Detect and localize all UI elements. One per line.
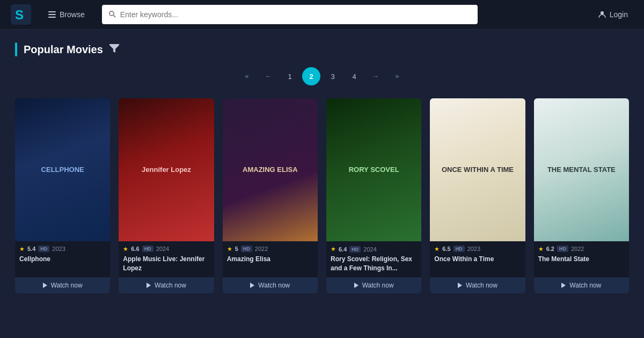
section-title: Popular Movies	[24, 44, 103, 56]
star-icon: ★	[123, 246, 128, 253]
movie-meta-once-within: ★ 6.5 HD 2023	[434, 246, 521, 253]
movie-info-cellphone: ★ 5.4 HD 2023 Cellphone	[15, 241, 110, 273]
star-icon: ★	[19, 246, 25, 253]
section-bar	[15, 42, 17, 56]
movie-meta-amazing-elisa: ★ 5 HD 2022	[227, 246, 313, 253]
play-icon	[43, 283, 47, 288]
movie-poster-once-within: ONCE WITHIN A TIME	[430, 98, 525, 241]
movie-rating-amazing-elisa: 5	[235, 246, 238, 252]
movie-poster-jennifer-lopez: Jennifer Lopez	[119, 98, 214, 241]
movie-year-amazing-elisa: 2022	[255, 246, 268, 252]
page-1-button[interactable]: 1	[281, 67, 299, 85]
movie-rating-once-within: 6.5	[442, 246, 450, 252]
play-icon	[354, 283, 358, 288]
star-icon: ★	[227, 246, 232, 253]
login-button[interactable]: Login	[592, 7, 633, 22]
movie-poster-cellphone: CELLPHONE	[15, 98, 110, 241]
movie-title-mental-state: The Mental State	[538, 255, 625, 273]
movie-meta-jennifer-lopez: ★ 6.6 HD 2024	[123, 246, 209, 253]
movie-card-amazing-elisa[interactable]: AMAZING ELISA ★ 5 HD 2022 Amazing Elisa …	[223, 98, 318, 293]
movie-meta-cellphone: ★ 5.4 HD 2023	[19, 246, 106, 253]
movie-card-mental-state[interactable]: THE MENTAL STATE ★ 6.2 HD 2022 The Menta…	[534, 98, 629, 293]
watch-label: Watch now	[362, 282, 394, 289]
quality-badge-rory-scovel: HD	[349, 246, 361, 253]
browse-button[interactable]: Browse	[42, 7, 91, 22]
quality-badge-cellphone: HD	[38, 246, 49, 252]
svg-line-6	[113, 15, 115, 17]
movie-meta-mental-state: ★ 6.2 HD 2022	[538, 246, 625, 253]
page-4-button[interactable]: 4	[345, 67, 363, 85]
quality-badge-amazing-elisa: HD	[241, 246, 252, 252]
movie-card-cellphone[interactable]: CELLPHONE ★ 5.4 HD 2023 Cellphone Watch …	[15, 98, 110, 293]
watch-button-jennifer-lopez[interactable]: Watch now	[119, 277, 214, 293]
page-content: Popular Movies « ← 1 2 3 4 → » CELLPHONE…	[0, 30, 644, 306]
search-icon	[108, 10, 116, 19]
watch-label: Watch now	[569, 282, 601, 289]
movie-title-cellphone: Cellphone	[19, 255, 106, 273]
movie-title-jennifer-lopez: Apple Music Live: Jennifer Lopez	[123, 255, 209, 273]
play-icon	[250, 283, 254, 288]
movie-info-rory-scovel: ★ 6.4 HD 2024 Rory Scovel: Religion, Sex…	[326, 241, 421, 273]
movie-rating-rory-scovel: 6.4	[339, 246, 347, 253]
play-icon	[147, 283, 151, 288]
movie-year-rory-scovel: 2024	[363, 246, 376, 253]
watch-label: Watch now	[155, 282, 186, 289]
header: S Browse Login	[0, 0, 644, 30]
movie-title-once-within: Once Within a Time	[434, 255, 521, 273]
menu-icon	[48, 11, 56, 18]
watch-label: Watch now	[51, 282, 83, 289]
pagination: « ← 1 2 3 4 → »	[15, 67, 629, 85]
svg-text:S: S	[15, 8, 24, 22]
watch-button-mental-state[interactable]: Watch now	[534, 277, 629, 293]
watch-button-amazing-elisa[interactable]: Watch now	[223, 277, 318, 293]
page-last-button[interactable]: »	[388, 67, 406, 85]
quality-badge-jennifer-lopez: HD	[142, 246, 153, 252]
movie-year-cellphone: 2023	[52, 246, 65, 252]
section-header: Popular Movies	[15, 42, 629, 56]
movie-title-rory-scovel: Rory Scovel: Religion, Sex and a Few Thi…	[331, 255, 417, 273]
play-icon	[458, 283, 462, 288]
svg-rect-4	[48, 17, 56, 18]
watch-button-cellphone[interactable]: Watch now	[15, 277, 110, 293]
movie-poster-rory-scovel: RORY SCOVEL	[326, 98, 421, 241]
watch-label: Watch now	[258, 282, 290, 289]
movie-year-once-within: 2023	[467, 246, 480, 252]
svg-point-7	[601, 11, 604, 15]
movie-card-rory-scovel[interactable]: RORY SCOVEL ★ 6.4 HD 2024 Rory Scovel: R…	[326, 98, 421, 293]
movie-card-once-within[interactable]: ONCE WITHIN A TIME ★ 6.5 HD 2023 Once Wi…	[430, 98, 525, 293]
movie-rating-cellphone: 5.4	[27, 246, 35, 252]
watch-button-rory-scovel[interactable]: Watch now	[326, 277, 421, 293]
svg-rect-2	[48, 11, 56, 12]
page-next-button[interactable]: →	[367, 67, 385, 85]
movie-info-once-within: ★ 6.5 HD 2023 Once Within a Time	[430, 241, 525, 273]
quality-badge-mental-state: HD	[557, 246, 568, 252]
star-icon: ★	[538, 246, 544, 253]
svg-point-5	[109, 11, 114, 16]
svg-rect-3	[48, 14, 56, 15]
page-first-button[interactable]: «	[238, 67, 256, 85]
movie-poster-mental-state: THE MENTAL STATE	[534, 98, 629, 241]
search-input[interactable]	[120, 10, 471, 19]
movie-info-mental-state: ★ 6.2 HD 2022 The Mental State	[534, 241, 629, 273]
quality-badge-once-within: HD	[453, 246, 465, 252]
movie-poster-amazing-elisa: AMAZING ELISA	[223, 98, 318, 241]
movie-info-amazing-elisa: ★ 5 HD 2022 Amazing Elisa	[223, 241, 318, 273]
movie-meta-rory-scovel: ★ 6.4 HD 2024	[331, 246, 417, 253]
movie-rating-mental-state: 6.2	[546, 246, 554, 252]
login-label: Login	[610, 10, 628, 19]
page-prev-button[interactable]: ←	[259, 67, 277, 85]
page-3-button[interactable]: 3	[324, 67, 342, 85]
movie-year-mental-state: 2022	[571, 246, 584, 252]
logo[interactable]: S	[11, 4, 31, 25]
page-2-button[interactable]: 2	[302, 67, 320, 85]
star-icon: ★	[434, 246, 440, 253]
movie-info-jennifer-lopez: ★ 6.6 HD 2024 Apple Music Live: Jennifer…	[119, 241, 214, 273]
movie-title-amazing-elisa: Amazing Elisa	[227, 255, 313, 273]
play-icon	[561, 283, 566, 288]
filter-icon[interactable]	[109, 44, 119, 55]
search-bar	[102, 5, 478, 24]
movie-grid: CELLPHONE ★ 5.4 HD 2023 Cellphone Watch …	[15, 98, 629, 293]
watch-button-once-within[interactable]: Watch now	[430, 277, 525, 293]
movie-card-jennifer-lopez[interactable]: Jennifer Lopez ★ 6.6 HD 2024 Apple Music…	[119, 98, 214, 293]
user-icon	[598, 10, 606, 19]
